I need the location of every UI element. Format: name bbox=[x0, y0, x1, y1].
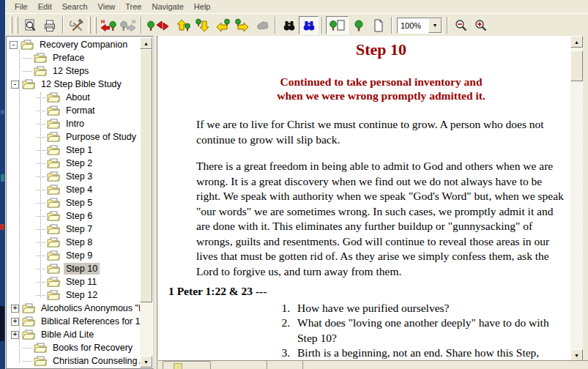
tree-item-bible-aid-lite[interactable]: +Bible Aid Lite bbox=[8, 328, 140, 341]
tree-item-label: Recovery Companion bbox=[37, 39, 130, 51]
find-button[interactable] bbox=[279, 16, 299, 34]
main-area: -Recovery Companion Preface 12 Steps -12… bbox=[6, 36, 588, 369]
folder-icon bbox=[47, 145, 61, 156]
content-scroll-down-button[interactable]: ▼ bbox=[570, 349, 583, 361]
tree-item-step-2[interactable]: Step 2 bbox=[8, 157, 140, 170]
collapse-toggle-icon[interactable]: - bbox=[10, 41, 18, 49]
zoom-out-button[interactable] bbox=[451, 16, 471, 34]
tree-item-label: Step 9 bbox=[64, 250, 94, 261]
zoom-level-select[interactable]: 100% ▼ bbox=[397, 18, 442, 34]
clipped-bottom-segment[interactable] bbox=[267, 361, 303, 369]
topic-content: Step 10 Continued to take personal inven… bbox=[158, 36, 570, 361]
print-button[interactable] bbox=[40, 16, 59, 34]
tree-item-about[interactable]: About bbox=[8, 91, 140, 104]
toolbar-grip[interactable] bbox=[88, 17, 91, 34]
tree-item-step-3[interactable]: Step 3 bbox=[8, 170, 140, 183]
clipped-bottom-segment[interactable] bbox=[163, 361, 211, 369]
content-scrollbar-thumb[interactable] bbox=[570, 51, 583, 81]
tree-scroll-up-button[interactable]: ▲ bbox=[140, 37, 152, 49]
disabled-icon bbox=[255, 18, 269, 33]
tree-item-biblical-references[interactable]: +Biblical References for 12 bbox=[8, 315, 140, 328]
menu-tree[interactable]: Tree bbox=[120, 1, 146, 12]
tree-item-christian-counseling[interactable]: Christian Counseling Asso bbox=[8, 354, 140, 368]
tree-item-books-for-recovery[interactable]: Books for Recovery bbox=[8, 341, 140, 354]
tree-item-step-11[interactable]: Step 11 bbox=[8, 275, 140, 288]
content-scroll-up-button[interactable]: ▲ bbox=[570, 36, 583, 48]
chevron-down-icon[interactable]: ▼ bbox=[428, 18, 442, 33]
folder-icon bbox=[34, 343, 48, 354]
menu-view[interactable]: View bbox=[93, 1, 121, 12]
zoom-in-icon bbox=[474, 18, 488, 33]
tree-scrollbar-thumb[interactable] bbox=[140, 49, 152, 302]
expand-toggle-icon[interactable]: + bbox=[11, 305, 19, 313]
print-icon bbox=[42, 18, 57, 33]
tree-item-label: Christian Counseling Asso bbox=[51, 355, 140, 367]
tree-item-label: Purpose of Study bbox=[64, 131, 138, 143]
tree-item-step-8[interactable]: Step 8 bbox=[8, 236, 140, 249]
menu-file[interactable]: File bbox=[10, 1, 33, 12]
view-tree-and-page-button[interactable] bbox=[326, 16, 349, 34]
view-tree-button[interactable] bbox=[349, 16, 368, 34]
toolbar-grip[interactable] bbox=[10, 17, 12, 34]
menu-navigate[interactable]: Navigate bbox=[146, 1, 188, 12]
topic-down-button[interactable] bbox=[193, 16, 212, 34]
tree-item-step-9[interactable]: Step 9 bbox=[8, 249, 140, 262]
folder-icon bbox=[47, 105, 61, 116]
step-subtitle: Continued to take personal inventory and… bbox=[196, 75, 566, 102]
tree-scroll-down-button[interactable]: ▼ bbox=[140, 356, 152, 368]
expand-toggle-icon[interactable]: + bbox=[11, 318, 19, 326]
svg-text:H: H bbox=[101, 19, 105, 24]
toolbar-grip[interactable] bbox=[94, 17, 97, 34]
print-preview-button[interactable] bbox=[20, 16, 40, 34]
folder-icon bbox=[34, 53, 48, 64]
tree-item-step-12[interactable]: Step 12 bbox=[8, 288, 140, 302]
content-scrollbar-track[interactable] bbox=[570, 36, 583, 361]
tree-item-preface[interactable]: Preface bbox=[8, 51, 140, 64]
tree-item-label: Step 12 bbox=[64, 289, 100, 301]
tree-item-label: Step 4 bbox=[64, 184, 94, 195]
tree-item-step-4[interactable]: Step 4 bbox=[8, 183, 140, 196]
clipped-bottom-segment[interactable] bbox=[217, 361, 267, 369]
clipped-icon bbox=[174, 363, 182, 369]
tree-item-purpose-of-study[interactable]: Purpose of Study bbox=[8, 130, 140, 144]
toolbar-grip[interactable] bbox=[15, 17, 18, 34]
tree-item-label: Step 11 bbox=[64, 276, 99, 288]
sync-tree-button[interactable] bbox=[145, 16, 173, 34]
tools-button[interactable] bbox=[67, 16, 86, 34]
tree-item-12-step-bible-study[interactable]: -12 Step Bible Study bbox=[8, 78, 140, 91]
topic-right-button[interactable] bbox=[232, 16, 252, 34]
menu-edit[interactable]: Edit bbox=[33, 1, 57, 12]
tree-item-12-steps[interactable]: 12 Steps bbox=[8, 64, 140, 78]
tree-item-recovery-companion[interactable]: -Recovery Companion bbox=[8, 38, 140, 51]
tree-item-label: Step 1 bbox=[64, 144, 94, 156]
history-forward-icon: H bbox=[120, 18, 136, 33]
tree-item-label: About bbox=[64, 92, 92, 103]
expand-toggle-icon[interactable]: + bbox=[11, 331, 19, 339]
menu-help[interactable]: Help bbox=[189, 1, 216, 12]
tree-item-intro[interactable]: Intro bbox=[8, 117, 140, 130]
history-forward-button[interactable]: H bbox=[118, 16, 138, 34]
topic-up-button[interactable] bbox=[173, 16, 193, 34]
menu-search[interactable]: Search bbox=[57, 1, 93, 12]
tree-item-format[interactable]: Format bbox=[8, 104, 140, 117]
tree-item-label: Biblical References for 12 bbox=[39, 316, 140, 327]
collapse-toggle-icon[interactable]: - bbox=[11, 81, 19, 89]
tree-item-label: Bible Aid Lite bbox=[39, 329, 96, 340]
tree-item-label: Step 10 bbox=[64, 263, 100, 275]
content-scrollbar[interactable]: ▲ ▼ bbox=[570, 36, 583, 361]
topic-down-icon bbox=[196, 18, 210, 33]
tree-item-step-5[interactable]: Step 5 bbox=[8, 196, 140, 209]
find-highlight-button[interactable] bbox=[299, 16, 319, 34]
tree-item-step-6[interactable]: Step 6 bbox=[8, 209, 140, 223]
topic-left-button[interactable] bbox=[212, 16, 232, 34]
view-page-button[interactable] bbox=[368, 16, 388, 34]
tree-scrollbar[interactable]: ▲ ▼ bbox=[140, 37, 152, 368]
tree-item-step-10[interactable]: Step 10 bbox=[8, 262, 140, 275]
folder-icon bbox=[34, 356, 48, 367]
history-back-button[interactable]: H bbox=[98, 16, 118, 34]
tree-item-step-1[interactable]: Step 1 bbox=[8, 144, 140, 157]
tree-item-label: Step 7 bbox=[64, 223, 94, 235]
tree-item-alcoholics-anonymous[interactable]: +Alcoholics Anonymous "B bbox=[8, 302, 140, 315]
tree-item-step-7[interactable]: Step 7 bbox=[8, 223, 140, 236]
zoom-in-button[interactable] bbox=[471, 16, 491, 34]
